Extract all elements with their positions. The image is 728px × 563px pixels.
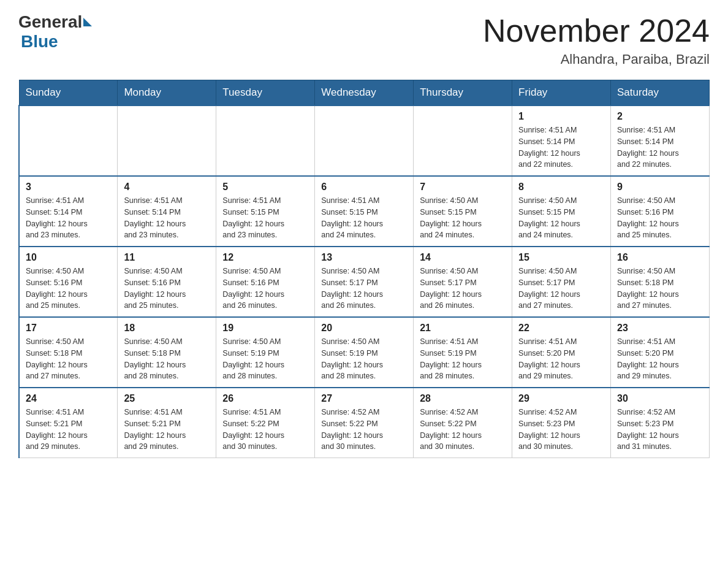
day-number: 13	[321, 252, 407, 263]
day-number: 30	[617, 393, 703, 404]
calendar-week-row: 3Sunrise: 4:51 AM Sunset: 5:14 PM Daylig…	[19, 176, 710, 247]
day-info: Sunrise: 4:50 AM Sunset: 5:18 PM Dayligh…	[124, 336, 210, 382]
day-number: 6	[321, 182, 407, 193]
day-number: 15	[518, 252, 604, 263]
table-row: 1Sunrise: 4:51 AM Sunset: 5:14 PM Daylig…	[512, 105, 611, 176]
day-number: 23	[617, 323, 703, 334]
day-info: Sunrise: 4:50 AM Sunset: 5:19 PM Dayligh…	[321, 336, 407, 382]
table-row: 26Sunrise: 4:51 AM Sunset: 5:22 PM Dayli…	[216, 388, 315, 458]
day-info: Sunrise: 4:50 AM Sunset: 5:16 PM Dayligh…	[222, 266, 308, 312]
table-row: 20Sunrise: 4:50 AM Sunset: 5:19 PM Dayli…	[315, 317, 414, 388]
page-header: General Blue November 2024 Alhandra, Par…	[18, 12, 710, 67]
day-info: Sunrise: 4:50 AM Sunset: 5:15 PM Dayligh…	[518, 195, 604, 241]
day-number: 29	[518, 393, 604, 404]
calendar-table: Sunday Monday Tuesday Wednesday Thursday…	[18, 80, 710, 458]
table-row: 28Sunrise: 4:52 AM Sunset: 5:22 PM Dayli…	[414, 388, 512, 458]
header-friday: Friday	[512, 80, 611, 106]
table-row: 11Sunrise: 4:50 AM Sunset: 5:16 PM Dayli…	[118, 247, 216, 317]
day-number: 17	[26, 323, 111, 334]
weekday-header-row: Sunday Monday Tuesday Wednesday Thursday…	[19, 80, 710, 106]
calendar-week-row: 17Sunrise: 4:50 AM Sunset: 5:18 PM Dayli…	[19, 317, 710, 388]
day-info: Sunrise: 4:51 AM Sunset: 5:22 PM Dayligh…	[222, 407, 308, 453]
table-row: 4Sunrise: 4:51 AM Sunset: 5:14 PM Daylig…	[118, 176, 216, 247]
month-title: November 2024	[483, 12, 710, 49]
day-number: 1	[518, 111, 604, 122]
table-row: 14Sunrise: 4:50 AM Sunset: 5:17 PM Dayli…	[414, 247, 512, 317]
table-row: 17Sunrise: 4:50 AM Sunset: 5:18 PM Dayli…	[19, 317, 118, 388]
day-number: 16	[617, 252, 703, 263]
day-info: Sunrise: 4:51 AM Sunset: 5:19 PM Dayligh…	[420, 336, 506, 382]
table-row: 19Sunrise: 4:50 AM Sunset: 5:19 PM Dayli…	[216, 317, 315, 388]
table-row: 13Sunrise: 4:50 AM Sunset: 5:17 PM Dayli…	[315, 247, 414, 317]
day-info: Sunrise: 4:50 AM Sunset: 5:16 PM Dayligh…	[26, 266, 111, 312]
table-row: 30Sunrise: 4:52 AM Sunset: 5:23 PM Dayli…	[611, 388, 710, 458]
day-info: Sunrise: 4:50 AM Sunset: 5:18 PM Dayligh…	[617, 266, 703, 312]
table-row: 22Sunrise: 4:51 AM Sunset: 5:20 PM Dayli…	[512, 317, 611, 388]
table-row: 25Sunrise: 4:51 AM Sunset: 5:21 PM Dayli…	[118, 388, 216, 458]
day-info: Sunrise: 4:50 AM Sunset: 5:16 PM Dayligh…	[617, 195, 703, 241]
day-info: Sunrise: 4:52 AM Sunset: 5:23 PM Dayligh…	[617, 407, 703, 453]
day-info: Sunrise: 4:50 AM Sunset: 5:17 PM Dayligh…	[321, 266, 407, 312]
calendar-week-row: 10Sunrise: 4:50 AM Sunset: 5:16 PM Dayli…	[19, 247, 710, 317]
day-number: 8	[518, 182, 604, 193]
table-row: 16Sunrise: 4:50 AM Sunset: 5:18 PM Dayli…	[611, 247, 710, 317]
day-number: 2	[617, 111, 703, 122]
table-row	[414, 105, 512, 176]
logo-blue-text: Blue	[21, 32, 58, 52]
day-number: 26	[222, 393, 308, 404]
table-row: 15Sunrise: 4:50 AM Sunset: 5:17 PM Dayli…	[512, 247, 611, 317]
table-row: 24Sunrise: 4:51 AM Sunset: 5:21 PM Dayli…	[19, 388, 118, 458]
day-number: 11	[124, 252, 210, 263]
header-thursday: Thursday	[414, 80, 512, 106]
table-row: 9Sunrise: 4:50 AM Sunset: 5:16 PM Daylig…	[611, 176, 710, 247]
day-info: Sunrise: 4:51 AM Sunset: 5:14 PM Dayligh…	[617, 124, 703, 170]
day-info: Sunrise: 4:51 AM Sunset: 5:14 PM Dayligh…	[124, 195, 210, 241]
location-title: Alhandra, Paraiba, Brazil	[483, 52, 710, 67]
day-number: 21	[420, 323, 506, 334]
table-row: 27Sunrise: 4:52 AM Sunset: 5:22 PM Dayli…	[315, 388, 414, 458]
day-info: Sunrise: 4:50 AM Sunset: 5:18 PM Dayligh…	[26, 336, 111, 382]
day-info: Sunrise: 4:51 AM Sunset: 5:21 PM Dayligh…	[124, 407, 210, 453]
day-info: Sunrise: 4:51 AM Sunset: 5:14 PM Dayligh…	[26, 195, 111, 241]
day-info: Sunrise: 4:50 AM Sunset: 5:17 PM Dayligh…	[420, 266, 506, 312]
header-tuesday: Tuesday	[216, 80, 315, 106]
day-info: Sunrise: 4:52 AM Sunset: 5:23 PM Dayligh…	[518, 407, 604, 453]
day-number: 19	[222, 323, 308, 334]
day-info: Sunrise: 4:50 AM Sunset: 5:16 PM Dayligh…	[124, 266, 210, 312]
table-row: 7Sunrise: 4:50 AM Sunset: 5:15 PM Daylig…	[414, 176, 512, 247]
table-row: 6Sunrise: 4:51 AM Sunset: 5:15 PM Daylig…	[315, 176, 414, 247]
day-number: 25	[124, 393, 210, 404]
day-info: Sunrise: 4:51 AM Sunset: 5:14 PM Dayligh…	[518, 124, 604, 170]
day-number: 10	[26, 252, 111, 263]
day-number: 28	[420, 393, 506, 404]
title-area: November 2024 Alhandra, Paraiba, Brazil	[483, 12, 710, 67]
day-info: Sunrise: 4:51 AM Sunset: 5:15 PM Dayligh…	[321, 195, 407, 241]
day-number: 4	[124, 182, 210, 193]
logo-general-text: General	[18, 12, 82, 32]
day-number: 20	[321, 323, 407, 334]
table-row: 29Sunrise: 4:52 AM Sunset: 5:23 PM Dayli…	[512, 388, 611, 458]
day-number: 9	[617, 182, 703, 193]
header-wednesday: Wednesday	[315, 80, 414, 106]
day-number: 14	[420, 252, 506, 263]
table-row	[19, 105, 118, 176]
table-row	[315, 105, 414, 176]
table-row: 12Sunrise: 4:50 AM Sunset: 5:16 PM Dayli…	[216, 247, 315, 317]
table-row: 3Sunrise: 4:51 AM Sunset: 5:14 PM Daylig…	[19, 176, 118, 247]
calendar-week-row: 1Sunrise: 4:51 AM Sunset: 5:14 PM Daylig…	[19, 105, 710, 176]
header-sunday: Sunday	[19, 80, 118, 106]
day-info: Sunrise: 4:51 AM Sunset: 5:20 PM Dayligh…	[518, 336, 604, 382]
day-number: 12	[222, 252, 308, 263]
day-number: 18	[124, 323, 210, 334]
table-row	[216, 105, 315, 176]
calendar-week-row: 24Sunrise: 4:51 AM Sunset: 5:21 PM Dayli…	[19, 388, 710, 458]
day-number: 3	[26, 182, 111, 193]
table-row: 10Sunrise: 4:50 AM Sunset: 5:16 PM Dayli…	[19, 247, 118, 317]
day-number: 27	[321, 393, 407, 404]
day-info: Sunrise: 4:51 AM Sunset: 5:21 PM Dayligh…	[26, 407, 111, 453]
day-number: 5	[222, 182, 308, 193]
day-info: Sunrise: 4:51 AM Sunset: 5:20 PM Dayligh…	[617, 336, 703, 382]
day-info: Sunrise: 4:51 AM Sunset: 5:15 PM Dayligh…	[222, 195, 308, 241]
day-info: Sunrise: 4:50 AM Sunset: 5:19 PM Dayligh…	[222, 336, 308, 382]
day-info: Sunrise: 4:50 AM Sunset: 5:17 PM Dayligh…	[518, 266, 604, 312]
